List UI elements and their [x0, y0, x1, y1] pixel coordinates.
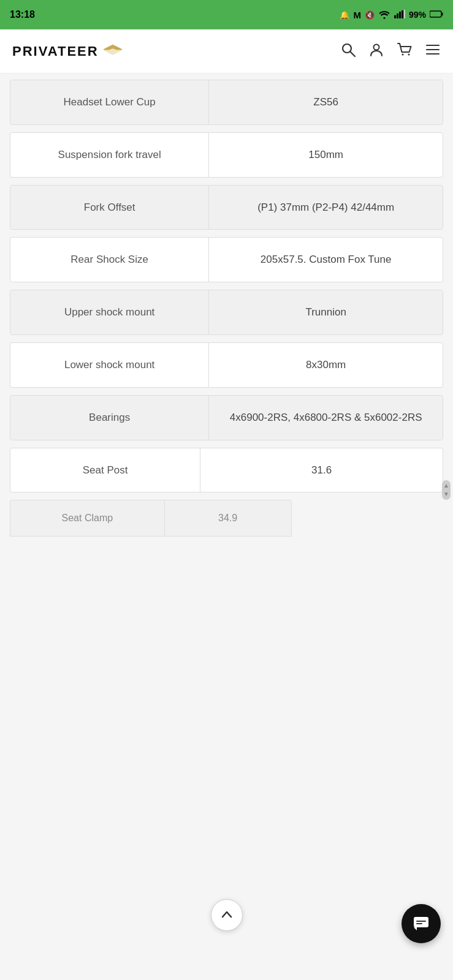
- spec-row-upper-shock-mount: Upper shock mount Trunnion: [10, 290, 443, 335]
- logo-text: PRIVATEER: [12, 43, 99, 59]
- wifi-icon: [378, 9, 390, 21]
- spec-value-bearings: 4x6900-2RS, 4x6800-2RS & 5x6002-2RS: [209, 396, 443, 440]
- chat-button[interactable]: [402, 904, 441, 943]
- scroll-indicator[interactable]: ▲ ▼: [442, 480, 451, 500]
- spec-value-seat-post: 31.6: [200, 448, 443, 492]
- gmail-icon: M: [353, 10, 361, 20]
- spec-row-bearings: Bearings 4x6900-2RS, 4x6800-2RS & 5x6002…: [10, 395, 443, 440]
- scroll-down-arrow[interactable]: ▼: [443, 491, 449, 497]
- spec-value-rear-shock-size: 205x57.5. Custom Fox Tune: [209, 238, 443, 282]
- svg-rect-18: [416, 923, 422, 924]
- spec-label-fork-offset: Fork Offset: [10, 186, 209, 230]
- status-bar-time: 13:18: [10, 9, 35, 20]
- spec-label-rear-shock-size: Rear Shock Size: [10, 238, 209, 282]
- navbar: PRIVATEER: [0, 29, 453, 74]
- spec-row-suspension-fork-travel: Suspension fork travel 150mm: [10, 132, 443, 178]
- spec-label-lower-shock-mount: Lower shock mount: [10, 343, 209, 387]
- svg-point-12: [408, 53, 410, 55]
- spec-label-upper-shock-mount: Upper shock mount: [10, 290, 209, 334]
- spec-row-seat-post: Seat Post 31.6: [10, 448, 443, 493]
- logo-wing-icon: [101, 43, 124, 59]
- svg-rect-2: [399, 12, 401, 18]
- cart-icon[interactable]: [397, 42, 413, 61]
- svg-line-9: [351, 51, 356, 56]
- battery-percentage: 99%: [409, 10, 426, 20]
- nav-icons: [340, 42, 441, 61]
- spec-table: Headset Lower Cup ZS56 Suspension fork t…: [0, 74, 453, 543]
- svg-rect-17: [416, 921, 426, 922]
- spec-row-lower-shock-mount: Lower shock mount 8x30mm: [10, 342, 443, 388]
- menu-icon[interactable]: [425, 42, 441, 61]
- spec-label-bearings: Bearings: [10, 396, 209, 440]
- status-bar-icons: 🔔 M 🔇 99%: [340, 9, 443, 21]
- logo[interactable]: PRIVATEER: [12, 43, 124, 59]
- spec-value-lower-shock-mount: 8x30mm: [209, 343, 443, 387]
- scroll-up-arrow[interactable]: ▲: [443, 483, 449, 489]
- spec-label-headset-lower-cup: Headset Lower Cup: [10, 80, 209, 124]
- spec-value-headset-lower-cup: ZS56: [209, 80, 443, 124]
- spec-row-fork-offset: Fork Offset (P1) 37mm (P2-P4) 42/44mm: [10, 185, 443, 230]
- account-icon[interactable]: [368, 42, 384, 61]
- svg-point-10: [374, 44, 379, 50]
- search-icon[interactable]: [340, 42, 356, 61]
- svg-rect-0: [394, 15, 396, 18]
- battery-icon: [430, 10, 443, 20]
- spec-label-seat-post: Seat Post: [10, 448, 200, 492]
- svg-rect-7: [431, 12, 441, 16]
- spec-value-fork-offset: (P1) 37mm (P2-P4) 42/44mm: [209, 186, 443, 230]
- status-bar: 13:18 🔔 M 🔇 99%: [0, 0, 453, 29]
- notification-icon: 🔔: [340, 10, 349, 20]
- back-to-top-button[interactable]: [211, 899, 243, 931]
- svg-rect-6: [442, 12, 443, 15]
- spec-value-upper-shock-mount: Trunnion: [209, 290, 443, 334]
- svg-rect-16: [414, 917, 428, 927]
- mute-icon: 🔇: [365, 10, 375, 20]
- svg-rect-3: [402, 10, 403, 18]
- svg-rect-1: [397, 13, 398, 18]
- spec-value-suspension-fork-travel: 150mm: [209, 133, 443, 177]
- spec-row-headset-lower-cup: Headset Lower Cup ZS56: [10, 80, 443, 125]
- spec-label-seat-clamp: Seat Clamp: [10, 500, 165, 536]
- svg-point-11: [402, 53, 404, 55]
- spec-row-seat-clamp-partial: Seat Clamp 34.9: [10, 500, 292, 537]
- spec-row-rear-shock-size: Rear Shock Size 205x57.5. Custom Fox Tun…: [10, 237, 443, 282]
- spec-value-seat-clamp: 34.9: [165, 500, 291, 536]
- svg-rect-4: [404, 10, 405, 18]
- signal-icon: [394, 10, 405, 20]
- spec-label-suspension-fork-travel: Suspension fork travel: [10, 133, 209, 177]
